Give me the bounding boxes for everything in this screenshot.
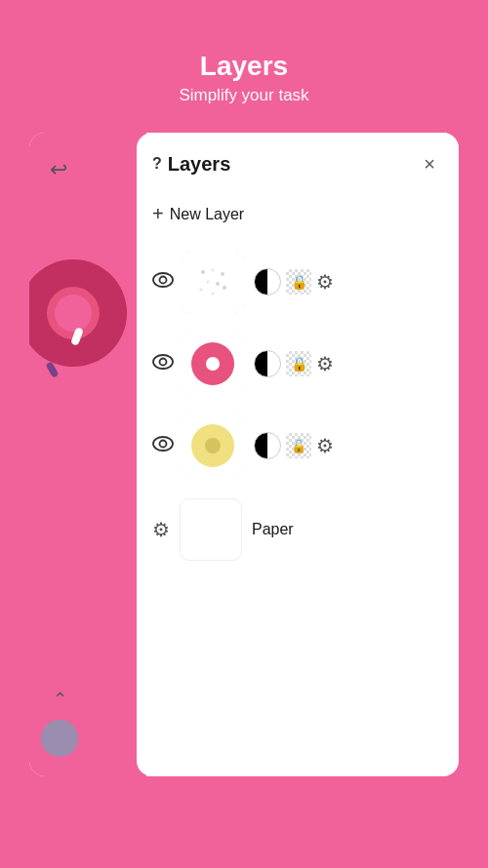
blend-mode-1[interactable] xyxy=(254,268,281,296)
close-button[interactable]: × xyxy=(416,150,443,178)
paper-thumbnail xyxy=(180,498,242,561)
dots-content-1 xyxy=(182,251,244,313)
svg-point-3 xyxy=(212,269,215,272)
donut-content-2 xyxy=(182,333,244,395)
layer-thumbnail-3 xyxy=(182,414,244,477)
yellow-content-3 xyxy=(182,414,244,477)
bottom-nav: ⌃ xyxy=(41,689,78,757)
layer-settings-2[interactable]: ⚙ xyxy=(316,352,334,375)
svg-point-7 xyxy=(200,289,203,292)
svg-point-11 xyxy=(160,359,167,366)
paper-label: Paper xyxy=(252,521,294,538)
lock-icon-2: 🔒 xyxy=(285,350,312,377)
layer-settings-1[interactable]: ⚙ xyxy=(316,270,334,294)
new-layer-label: New Layer xyxy=(170,206,244,223)
svg-point-2 xyxy=(201,270,205,274)
mini-yellow-3 xyxy=(191,424,234,467)
lock-icon-3: 🔓 xyxy=(285,432,312,459)
layer-controls-1: 🔒 ⚙ xyxy=(254,268,334,296)
svg-point-5 xyxy=(207,281,210,284)
plus-icon: + xyxy=(152,203,164,225)
paper-settings[interactable]: ⚙ xyxy=(152,518,170,541)
layers-panel-header: ? Layers × xyxy=(152,150,443,178)
svg-point-0 xyxy=(153,273,173,287)
lock-button-2[interactable]: 🔒 xyxy=(285,350,312,377)
svg-point-8 xyxy=(223,286,226,290)
visibility-toggle-3[interactable] xyxy=(152,436,174,455)
color-swatch[interactable] xyxy=(41,720,78,757)
header-title: Layers xyxy=(179,51,308,82)
blend-mode-2[interactable] xyxy=(254,350,281,377)
visibility-toggle-2[interactable] xyxy=(152,354,174,374)
lock-icon-1: 🔒 xyxy=(285,268,312,296)
help-icon[interactable]: ? xyxy=(152,155,162,173)
layer-controls-3: 🔓 ⚙ xyxy=(254,432,334,459)
svg-point-10 xyxy=(153,355,173,369)
layer-controls-2: 🔒 ⚙ xyxy=(254,350,334,377)
layer-row: 🔒 ⚙ xyxy=(152,327,443,401)
svg-point-9 xyxy=(212,293,215,296)
layer-thumbnail-1 xyxy=(182,251,244,313)
layers-panel: ? Layers × + New Layer xyxy=(137,133,459,776)
paper-row: ⚙ Paper xyxy=(152,491,443,569)
layer-row: 🔓 ⚙ xyxy=(152,409,443,483)
svg-point-4 xyxy=(221,272,224,276)
header-section: Layers Simplify your task xyxy=(179,0,308,133)
canvas-peek: ↩ ⌃ xyxy=(29,133,146,776)
mini-donut-2 xyxy=(191,342,234,385)
svg-point-13 xyxy=(160,441,167,448)
svg-point-12 xyxy=(153,437,173,451)
back-icon: ↩ xyxy=(50,157,67,182)
blend-mode-3[interactable] xyxy=(254,432,281,459)
layers-title-group: ? Layers xyxy=(152,153,230,176)
svg-point-1 xyxy=(160,277,167,284)
back-button[interactable]: ↩ xyxy=(41,152,76,187)
layer-settings-3[interactable]: ⚙ xyxy=(316,434,334,457)
visibility-toggle-1[interactable] xyxy=(152,272,174,292)
header-subtitle: Simplify your task xyxy=(179,86,308,105)
layers-panel-title: Layers xyxy=(168,153,231,176)
new-layer-button[interactable]: + New Layer xyxy=(152,195,443,233)
svg-point-6 xyxy=(216,282,220,286)
chevron-up-icon[interactable]: ⌃ xyxy=(53,689,67,710)
lock-button-1[interactable]: 🔒 xyxy=(285,268,312,296)
lock-button-3[interactable]: 🔓 xyxy=(285,432,312,459)
app-container: ↩ ⌃ ? Layers × + New Layer xyxy=(29,133,459,776)
layer-row: 🔒 ⚙ xyxy=(152,245,443,319)
layer-thumbnail-2 xyxy=(182,333,244,395)
left-nav: ↩ xyxy=(29,133,88,776)
